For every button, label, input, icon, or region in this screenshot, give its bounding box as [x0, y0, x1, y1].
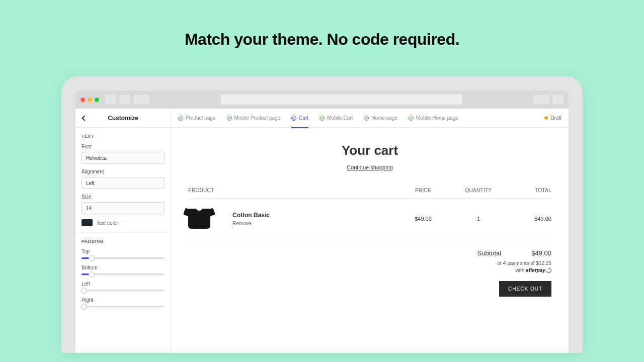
- item-price: $49.00: [395, 216, 451, 222]
- installments-line1: or 4 payments of $12.25: [497, 260, 551, 266]
- nav-forward-button[interactable]: [119, 95, 130, 104]
- col-product: PRODUCT: [188, 188, 395, 193]
- font-label: Font: [82, 144, 165, 149]
- col-total: TOTAL: [506, 188, 551, 193]
- minimize-window-button[interactable]: [88, 98, 92, 102]
- remove-link[interactable]: Remove: [232, 221, 395, 226]
- check-icon: [291, 116, 296, 121]
- check-icon: [178, 116, 183, 121]
- status-dot-icon: [544, 116, 548, 120]
- check-icon: [364, 116, 369, 121]
- check-icon: [319, 116, 325, 121]
- installments-text: or 4 payments of $12.25 with afterpay: [497, 260, 551, 274]
- padding-right-label: Right: [82, 297, 165, 303]
- customize-sidebar: Customize TEXT Font Helvetica Alignment …: [75, 109, 171, 353]
- page-headline: Match your theme. No code required.: [0, 0, 644, 72]
- padding-left-label: Left: [82, 281, 165, 287]
- device-frame: Customize TEXT Font Helvetica Alignment …: [61, 76, 583, 353]
- nav-reload-button[interactable]: [133, 95, 149, 104]
- afterpay-text: afterpay: [526, 267, 545, 274]
- item-quantity: 1: [451, 216, 506, 222]
- text-color-label: Text color: [97, 220, 118, 226]
- tab-mobile-cart[interactable]: Mobile Cart: [319, 109, 353, 128]
- check-icon: [227, 116, 232, 121]
- check-icon: [409, 116, 414, 121]
- padding-bottom-label: Bottom: [82, 265, 165, 270]
- font-select[interactable]: Helvetica: [82, 152, 165, 164]
- alignment-label: Alignment: [82, 169, 165, 174]
- text-section-heading: TEXT: [82, 134, 165, 139]
- cart-preview: Your cart Continue shopping PRODUCT PRIC…: [171, 128, 569, 353]
- table-row: Cotton Basic Remove $49.00 1 $49.00: [188, 199, 551, 239]
- padding-section-heading: PADDING: [82, 239, 165, 244]
- share-button[interactable]: [533, 95, 549, 104]
- app-container: Customize TEXT Font Helvetica Alignment …: [75, 109, 569, 353]
- sidebar-header: Customize: [75, 109, 171, 128]
- tab-label: Product page: [186, 115, 216, 121]
- size-label: Size: [82, 194, 165, 200]
- nav-back-button[interactable]: [105, 95, 116, 104]
- col-price: PRICE: [395, 188, 451, 193]
- padding-top-label: Top: [82, 249, 165, 254]
- browser-chrome: [75, 90, 569, 109]
- product-image: [188, 206, 210, 232]
- tab-cart[interactable]: Cart: [291, 109, 308, 128]
- padding-bottom-slider[interactable]: [82, 274, 165, 275]
- checkout-button[interactable]: CHECK OUT: [499, 281, 551, 297]
- text-color-picker[interactable]: Text color: [82, 219, 165, 226]
- padding-top-slider[interactable]: [82, 257, 165, 259]
- tab-home-page[interactable]: Home page: [364, 109, 397, 128]
- tab-label: Mobile Product page: [234, 115, 281, 121]
- padding-left-slider[interactable]: [82, 290, 165, 291]
- tab-product-page[interactable]: Product page: [178, 109, 216, 128]
- installments-prefix: with: [516, 267, 525, 273]
- padding-section: PADDING Top Bottom Left: [75, 233, 171, 353]
- tab-label: Home page: [371, 115, 397, 121]
- window-traffic-lights: [80, 98, 99, 102]
- status-badge: Draft: [544, 115, 561, 121]
- tab-label: Cart: [299, 115, 308, 121]
- tab-mobile-home-page[interactable]: Mobile Home page: [409, 109, 458, 128]
- continue-shopping-link[interactable]: Continue shopping: [188, 164, 551, 170]
- col-quantity: QUANTITY: [451, 188, 506, 193]
- subtotal-label: Subtotal: [477, 249, 502, 257]
- cart-title: Your cart: [188, 143, 551, 158]
- size-input[interactable]: 14: [82, 202, 165, 214]
- cart-summary: Subtotal $49.00 or 4 payments of $12.25 …: [188, 249, 551, 297]
- url-bar[interactable]: [221, 95, 462, 105]
- main-area: Product page Mobile Product page Cart Mo…: [171, 109, 569, 353]
- sidebar-title: Customize: [75, 115, 171, 122]
- afterpay-loop-icon: [545, 267, 552, 274]
- tab-mobile-product-page[interactable]: Mobile Product page: [227, 109, 281, 128]
- maximize-window-button[interactable]: [95, 98, 99, 102]
- product-name: Cotton Basic: [232, 212, 395, 219]
- tab-label: Mobile Home page: [416, 115, 458, 121]
- color-swatch: [82, 219, 93, 226]
- padding-right-slider[interactable]: [82, 306, 165, 307]
- alignment-select[interactable]: Left: [82, 177, 165, 189]
- afterpay-logo: afterpay: [526, 267, 551, 274]
- item-total: $49.00: [506, 216, 551, 222]
- tabs-button[interactable]: [552, 95, 564, 104]
- close-window-button[interactable]: [80, 98, 85, 102]
- subtotal-value: $49.00: [531, 249, 551, 257]
- status-text: Draft: [550, 115, 561, 121]
- cart-header-row: PRODUCT PRICE QUANTITY TOTAL: [188, 188, 551, 199]
- text-section: TEXT Font Helvetica Alignment Left Size …: [75, 128, 171, 233]
- tab-label: Mobile Cart: [327, 115, 353, 121]
- page-tabs: Product page Mobile Product page Cart Mo…: [171, 109, 569, 128]
